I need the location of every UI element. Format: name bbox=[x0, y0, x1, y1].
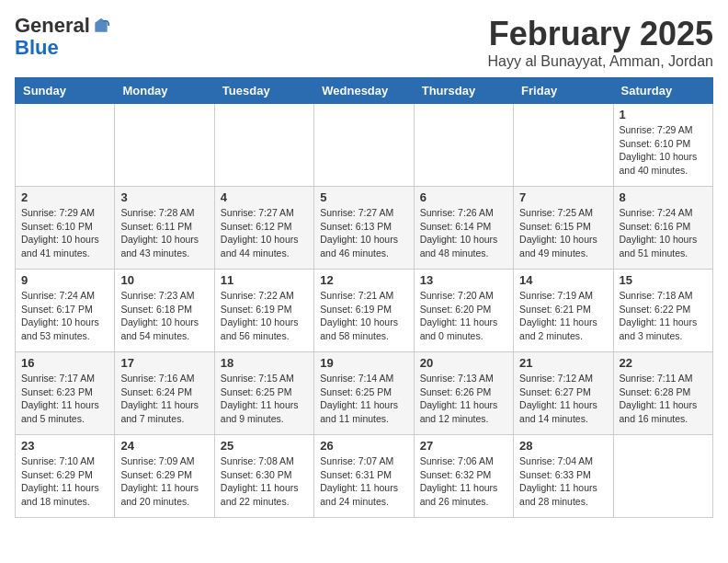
day-info: Sunrise: 7:14 AM Sunset: 6:25 PM Dayligh… bbox=[320, 372, 407, 426]
logo: General Blue bbox=[15, 15, 110, 59]
calendar-cell: 20Sunrise: 7:13 AM Sunset: 6:26 PM Dayli… bbox=[414, 352, 513, 435]
calendar-table: SundayMondayTuesdayWednesdayThursdayFrid… bbox=[15, 77, 713, 518]
day-info: Sunrise: 7:29 AM Sunset: 6:10 PM Dayligh… bbox=[620, 123, 707, 178]
day-info: Sunrise: 7:26 AM Sunset: 6:14 PM Dayligh… bbox=[420, 206, 507, 260]
day-info: Sunrise: 7:18 AM Sunset: 6:22 PM Dayligh… bbox=[620, 289, 707, 343]
title-block: February 2025 Hayy al Bunayyat, Amman, J… bbox=[488, 15, 713, 70]
calendar-cell: 13Sunrise: 7:20 AM Sunset: 6:20 PM Dayli… bbox=[414, 270, 513, 352]
calendar-cell: 19Sunrise: 7:14 AM Sunset: 6:25 PM Dayli… bbox=[314, 352, 414, 435]
calendar-cell: 18Sunrise: 7:15 AM Sunset: 6:25 PM Dayli… bbox=[214, 352, 313, 435]
day-number: 1 bbox=[620, 108, 707, 121]
day-number: 26 bbox=[320, 439, 407, 453]
weekday-header: Monday bbox=[115, 78, 214, 104]
calendar-cell: 4Sunrise: 7:27 AM Sunset: 6:12 PM Daylig… bbox=[214, 187, 313, 270]
day-number: 18 bbox=[221, 356, 308, 370]
weekday-header: Friday bbox=[514, 78, 613, 104]
day-number: 10 bbox=[120, 273, 208, 287]
day-number: 23 bbox=[21, 439, 108, 453]
day-number: 25 bbox=[221, 439, 308, 453]
day-number: 3 bbox=[120, 190, 208, 204]
day-info: Sunrise: 7:28 AM Sunset: 6:11 PM Dayligh… bbox=[120, 206, 208, 260]
day-number: 9 bbox=[21, 273, 108, 287]
day-number: 2 bbox=[21, 190, 108, 204]
calendar-cell: 11Sunrise: 7:22 AM Sunset: 6:19 PM Dayli… bbox=[214, 270, 313, 352]
day-number: 28 bbox=[519, 439, 607, 453]
calendar-cell: 10Sunrise: 7:23 AM Sunset: 6:18 PM Dayli… bbox=[115, 270, 214, 352]
day-number: 20 bbox=[420, 356, 507, 370]
day-info: Sunrise: 7:11 AM Sunset: 6:28 PM Dayligh… bbox=[620, 372, 707, 426]
day-info: Sunrise: 7:24 AM Sunset: 6:17 PM Dayligh… bbox=[21, 289, 108, 343]
calendar-cell: 21Sunrise: 7:12 AM Sunset: 6:27 PM Dayli… bbox=[514, 352, 613, 435]
calendar-row: 16Sunrise: 7:17 AM Sunset: 6:23 PM Dayli… bbox=[16, 352, 713, 435]
calendar-cell bbox=[613, 435, 712, 518]
day-info: Sunrise: 7:27 AM Sunset: 6:12 PM Dayligh… bbox=[221, 206, 308, 260]
day-number: 21 bbox=[519, 356, 607, 370]
calendar-cell: 22Sunrise: 7:11 AM Sunset: 6:28 PM Dayli… bbox=[613, 352, 712, 435]
calendar-cell: 6Sunrise: 7:26 AM Sunset: 6:14 PM Daylig… bbox=[414, 187, 513, 270]
calendar-cell: 23Sunrise: 7:10 AM Sunset: 6:29 PM Dayli… bbox=[16, 435, 115, 518]
month-title: February 2025 bbox=[488, 15, 713, 53]
day-info: Sunrise: 7:13 AM Sunset: 6:26 PM Dayligh… bbox=[420, 372, 507, 426]
weekday-header: Wednesday bbox=[314, 78, 414, 104]
day-info: Sunrise: 7:08 AM Sunset: 6:30 PM Dayligh… bbox=[221, 454, 308, 509]
day-number: 15 bbox=[620, 273, 707, 287]
day-number: 16 bbox=[21, 356, 108, 370]
day-info: Sunrise: 7:15 AM Sunset: 6:25 PM Dayligh… bbox=[221, 372, 308, 426]
day-info: Sunrise: 7:09 AM Sunset: 6:29 PM Dayligh… bbox=[120, 454, 208, 509]
day-number: 6 bbox=[420, 190, 507, 204]
calendar-cell: 2Sunrise: 7:29 AM Sunset: 6:10 PM Daylig… bbox=[16, 187, 115, 270]
calendar-cell: 14Sunrise: 7:19 AM Sunset: 6:21 PM Dayli… bbox=[514, 270, 613, 352]
calendar-cell: 7Sunrise: 7:25 AM Sunset: 6:15 PM Daylig… bbox=[514, 187, 613, 270]
day-number: 4 bbox=[221, 190, 308, 204]
calendar-cell: 1Sunrise: 7:29 AM Sunset: 6:10 PM Daylig… bbox=[613, 104, 712, 187]
calendar-row: 2Sunrise: 7:29 AM Sunset: 6:10 PM Daylig… bbox=[16, 187, 713, 270]
day-info: Sunrise: 7:20 AM Sunset: 6:20 PM Dayligh… bbox=[420, 289, 507, 343]
calendar-cell: 25Sunrise: 7:08 AM Sunset: 6:30 PM Dayli… bbox=[214, 435, 313, 518]
page-header: General Blue February 2025 Hayy al Bunay… bbox=[15, 15, 713, 70]
location-subtitle: Hayy al Bunayyat, Amman, Jordan bbox=[488, 53, 713, 70]
calendar-cell: 3Sunrise: 7:28 AM Sunset: 6:11 PM Daylig… bbox=[115, 187, 214, 270]
calendar-cell: 26Sunrise: 7:07 AM Sunset: 6:31 PM Dayli… bbox=[314, 435, 414, 518]
calendar-cell: 5Sunrise: 7:27 AM Sunset: 6:13 PM Daylig… bbox=[314, 187, 414, 270]
day-number: 8 bbox=[620, 190, 707, 204]
day-info: Sunrise: 7:19 AM Sunset: 6:21 PM Dayligh… bbox=[519, 289, 607, 343]
day-info: Sunrise: 7:24 AM Sunset: 6:16 PM Dayligh… bbox=[620, 206, 707, 260]
day-info: Sunrise: 7:25 AM Sunset: 6:15 PM Dayligh… bbox=[519, 206, 607, 260]
day-info: Sunrise: 7:27 AM Sunset: 6:13 PM Dayligh… bbox=[320, 206, 407, 260]
calendar-cell bbox=[214, 104, 313, 187]
day-info: Sunrise: 7:10 AM Sunset: 6:29 PM Dayligh… bbox=[21, 454, 108, 509]
day-number: 11 bbox=[221, 273, 308, 287]
day-info: Sunrise: 7:17 AM Sunset: 6:23 PM Dayligh… bbox=[21, 372, 108, 426]
day-info: Sunrise: 7:12 AM Sunset: 6:27 PM Dayligh… bbox=[519, 372, 607, 426]
logo-blue: Blue bbox=[15, 37, 110, 59]
day-number: 13 bbox=[420, 273, 507, 287]
day-number: 7 bbox=[519, 190, 607, 204]
day-number: 12 bbox=[320, 273, 407, 287]
day-info: Sunrise: 7:22 AM Sunset: 6:19 PM Dayligh… bbox=[221, 289, 308, 343]
weekday-header: Sunday bbox=[16, 78, 115, 104]
calendar-cell: 15Sunrise: 7:18 AM Sunset: 6:22 PM Dayli… bbox=[613, 270, 712, 352]
day-info: Sunrise: 7:06 AM Sunset: 6:32 PM Dayligh… bbox=[420, 454, 507, 509]
calendar-cell: 9Sunrise: 7:24 AM Sunset: 6:17 PM Daylig… bbox=[16, 270, 115, 352]
calendar-cell: 12Sunrise: 7:21 AM Sunset: 6:19 PM Dayli… bbox=[314, 270, 414, 352]
calendar-cell: 8Sunrise: 7:24 AM Sunset: 6:16 PM Daylig… bbox=[613, 187, 712, 270]
calendar-cell bbox=[16, 104, 115, 187]
weekday-header: Tuesday bbox=[214, 78, 313, 104]
day-number: 24 bbox=[120, 439, 208, 453]
day-number: 19 bbox=[320, 356, 407, 370]
logo-general: General bbox=[15, 15, 90, 37]
calendar-cell bbox=[115, 104, 214, 187]
calendar-cell: 16Sunrise: 7:17 AM Sunset: 6:23 PM Dayli… bbox=[16, 352, 115, 435]
day-info: Sunrise: 7:29 AM Sunset: 6:10 PM Dayligh… bbox=[21, 206, 108, 260]
day-info: Sunrise: 7:21 AM Sunset: 6:19 PM Dayligh… bbox=[320, 289, 407, 343]
day-number: 27 bbox=[420, 439, 507, 453]
calendar-row: 1Sunrise: 7:29 AM Sunset: 6:10 PM Daylig… bbox=[16, 104, 713, 187]
logo-icon bbox=[92, 17, 110, 35]
day-number: 22 bbox=[620, 356, 707, 370]
calendar-cell: 28Sunrise: 7:04 AM Sunset: 6:33 PM Dayli… bbox=[514, 435, 613, 518]
day-number: 5 bbox=[320, 190, 407, 204]
calendar-cell bbox=[514, 104, 613, 187]
weekday-header: Thursday bbox=[414, 78, 513, 104]
day-info: Sunrise: 7:16 AM Sunset: 6:24 PM Dayligh… bbox=[120, 372, 208, 426]
calendar-row: 9Sunrise: 7:24 AM Sunset: 6:17 PM Daylig… bbox=[16, 270, 713, 352]
